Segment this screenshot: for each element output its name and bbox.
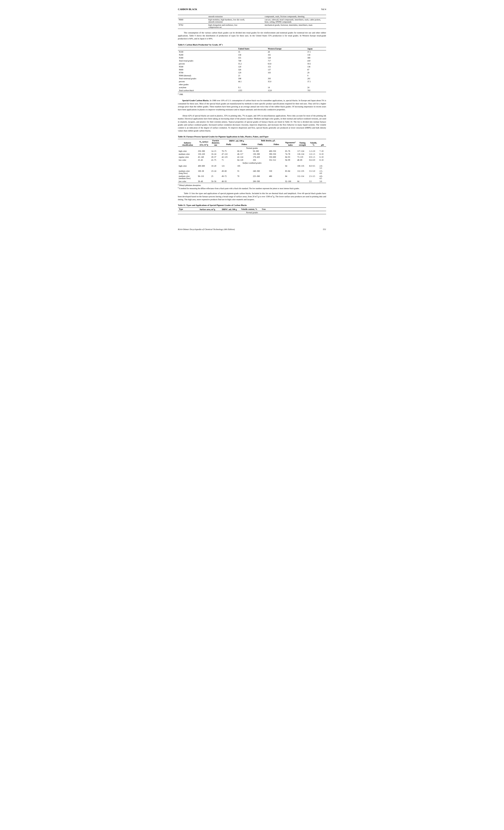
japan-cell: 118 (306, 53, 326, 56)
table11-normal-grades: Normal grades (178, 211, 326, 214)
col-particle: Particle diameter, nm (211, 139, 221, 147)
japan-cell: 87 (306, 68, 326, 71)
bfluffy-cell: 240–360 (252, 169, 269, 175)
nigro-cell: 84 (284, 175, 296, 180)
pellets-cell: 60–65 (237, 150, 252, 153)
table10-header-row1: Industry classification N2 surface area,… (178, 139, 326, 143)
table-row: acetylene 9.1 14 24 (178, 86, 326, 89)
nigro-cell: 74–78 (284, 153, 296, 156)
nigro-cell: 84–93 (284, 156, 296, 159)
ph-cell: 8–10 (319, 159, 326, 161)
tinting-cell: 73–119 (296, 156, 308, 159)
table-row: high color 250–300 14–15 70–75 60–65 50–… (178, 150, 326, 153)
pellets-cell (237, 180, 252, 183)
bpellets-cell: 480 (268, 175, 284, 180)
n2-cell: 100–38 (197, 169, 211, 175)
us-cell: 44.1 (237, 80, 267, 83)
fluffy-cell: 47–122 (221, 153, 237, 156)
paragraph-1: The consumption of the various carbon bl… (178, 31, 326, 40)
table10-title: Table 10. Furnace Process Special Grades… (178, 135, 326, 138)
n2-cell: 25–45 (197, 159, 211, 161)
we-cell: 528 (267, 56, 306, 59)
we-cell: 63.8 (267, 62, 306, 65)
grade-cell: N100 (178, 51, 237, 54)
n2-cell: 250–300 (197, 150, 211, 153)
grade-cell: N500 (178, 65, 237, 68)
bpellets-cell: 400–550 (268, 150, 284, 153)
table-row: low color 30–40 50–56 48–93 260–500 92–1… (178, 180, 326, 183)
industry-cell: medium color (178, 153, 197, 156)
industry-cell: low color (178, 180, 197, 183)
normal-grades-label: Normal grades (178, 147, 326, 150)
japan-cell (306, 83, 326, 86)
bfluffy-cell: 225–360 (252, 175, 269, 180)
fluffy-cell: 49–60 (221, 169, 237, 175)
page-header: CARBON BLACK Vol 4 (178, 8, 326, 11)
particle-cell: 16–24 (211, 153, 221, 156)
table9-title: Table 9. Carbon Black Productiona by Gra… (178, 43, 326, 46)
page-footer: Kirk-Othmer Encyclopedia of Chemical Tec… (178, 228, 326, 230)
table-row: N300 555 528 300 (178, 56, 326, 59)
table-row: N660 high modulus, high hardness, low di… (178, 18, 326, 24)
col-we: Western Europe (267, 47, 306, 51)
pellets-cell: 42–124 (237, 156, 252, 159)
tinting-cell: 64 (296, 180, 308, 183)
table-row: N200 158 161 118 (178, 53, 326, 56)
ph-cell: 3.0 (319, 180, 326, 183)
row-code (178, 15, 208, 18)
col-nigro: Nigrometerb index (284, 139, 296, 147)
col-dbpa-group: DBPAa, mL/100 g (221, 139, 252, 143)
col-japan: Japan (306, 47, 326, 51)
footer-encyclopedia: Kirk-Othmer Encyclopedia of Chemical Tec… (178, 228, 235, 230)
row-desc: high elongation and resilience, lowcompr… (208, 24, 264, 29)
pellets-cell: 64–120 (237, 159, 252, 161)
japan-cell: 29 (306, 71, 326, 74)
paragraph-2: Table 11 lists the types and application… (178, 192, 326, 201)
table-row: other grades (178, 83, 326, 86)
we-cell: 137 (267, 68, 306, 71)
grade-cell: percent (178, 62, 237, 65)
tinting-cell: 117–124 (296, 150, 308, 153)
table-row: N500 120 153 136 (178, 65, 326, 68)
we-cell: 14 (267, 86, 306, 89)
us-cell (237, 83, 267, 86)
n2-cell: 96–110 (197, 175, 211, 180)
table11-title: Table 11. Types and Applications of Spec… (178, 204, 326, 206)
us-cell: 35 (237, 51, 267, 54)
row-uses: compounds, seals, friction compounds, sh… (264, 15, 326, 18)
us-cell: 55.2 (237, 62, 267, 65)
tinting-cell: 112–114 (296, 175, 308, 180)
table-row: N900 (thermal) 23 9 (178, 74, 326, 77)
row-uses: carcass, sidewall, bead compounds, inner… (264, 18, 326, 24)
bfluffy-cell: 260–500 (252, 180, 269, 183)
us-cell: 326 (237, 68, 267, 71)
bfluffy-cell: 256 (252, 159, 269, 161)
tinting-cell: 100–135 (296, 164, 308, 169)
col-bfluffy: Fluffy (252, 143, 269, 147)
grade-cell: Total tread grades (178, 59, 237, 62)
col-bpellets: Pellets (268, 143, 284, 147)
japan-cell: 418 (306, 59, 326, 62)
n2-cell: 400–600 (197, 164, 211, 169)
table-row: regular color 45–140 20–37 42–125 42–124… (178, 156, 326, 159)
volatile-cell: 2.5–3.5 (308, 175, 319, 180)
we-cell: 1124 (267, 89, 306, 92)
japan-cell: 261 (306, 77, 326, 80)
nigro-cell: 83–84 (284, 169, 296, 175)
volatile-cell: 8.0–9.5 (308, 164, 319, 169)
n2-cell: 30–40 (197, 180, 211, 183)
grade-cell: Total nontread grades (178, 77, 237, 80)
japan-cell: 9 (306, 74, 326, 77)
table9: United States Western Europe Japan N100 … (178, 47, 326, 92)
bpellets-cell: 352–512 (268, 159, 284, 161)
table-row: medium color(long flow) 100–38 23–24 49–… (178, 169, 326, 175)
industry-cell: medium color(medium flow) (178, 175, 197, 180)
we-cell: 103 (267, 71, 306, 74)
japan-cell: 37.1 (306, 80, 326, 83)
fluffy-cell: 71 (221, 159, 237, 161)
japan-cell: 136 (306, 65, 326, 68)
normal-grades-label-row: Normal grades (178, 147, 326, 150)
table-row: N100 35 28 37.1 (178, 51, 326, 54)
row-desc: smooth extrusion (208, 15, 264, 18)
japan-cell: 59.5 (306, 62, 326, 65)
